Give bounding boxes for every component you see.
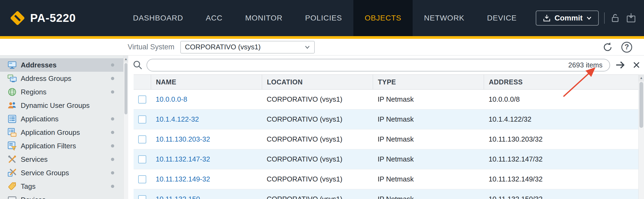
sidebar-item-applications[interactable]: Applications [0,112,123,126]
nav-item-monitor[interactable]: MONITOR [234,0,294,36]
cell-name: 10.11.130.203-32 [151,129,262,149]
cell-location: CORPORATIVO (vsys1) [262,109,373,129]
sidebar-item-addresses[interactable]: Addresses [0,58,123,72]
item-count-dot [111,90,114,94]
address-name-link[interactable]: 10.1.4.122-32 [156,115,199,123]
table-scrollbar[interactable]: ▲ [638,74,644,199]
gold-accent-bar [0,36,644,39]
search-box[interactable]: 2693 items [147,59,610,71]
help-icon[interactable]: ? [621,42,632,53]
cell-location: CORPORATIVO (vsys1) [262,149,373,169]
sidebar-item-devices[interactable]: Devices [0,193,123,199]
table-row: 10.11.132.150CORPORATIVO (vsys1)IP Netma… [134,189,638,199]
nav-item-acc[interactable]: ACC [194,0,234,36]
column-header-address[interactable]: ADDRESS [484,75,638,89]
item-count-dot [111,185,114,188]
sidebar-item-address-groups[interactable]: Address Groups [0,72,123,85]
top-navbar: PA-5220 DASHBOARDACCMONITORPOLICIESOBJEC… [0,0,644,36]
select-all-column-header [134,75,151,89]
row-checkbox-cell [134,109,151,129]
sidebar-item-services[interactable]: Services [0,153,123,166]
cell-address: 10.11.132.149/32 [484,169,638,189]
cell-type: IP Netmask [373,90,484,109]
cell-location: CORPORATIVO (vsys1) [262,169,373,189]
sidebar-item-label: Applications [21,115,58,123]
sidebar-item-application-filters[interactable]: Application Filters [0,139,123,153]
scroll-up-icon[interactable]: ▲ [124,56,128,63]
row-checkbox[interactable] [138,115,146,123]
row-checkbox[interactable] [138,95,146,104]
cell-location: CORPORATIVO (vsys1) [262,189,373,199]
sidebar-scrollbar[interactable]: ▲ [123,56,128,199]
sidebar-item-tags[interactable]: Tags [0,180,123,193]
nav-item-network[interactable]: NETWORK [413,0,476,36]
column-header-type[interactable]: TYPE [373,75,484,89]
sidebar-item-label: Services [21,155,48,164]
applications-icon [8,114,17,123]
search-input[interactable] [154,61,565,69]
nav-item-dashboard[interactable]: DASHBOARD [122,0,194,36]
chevron-down-icon [305,45,310,49]
cell-name: 10.0.0.0-8 [151,90,262,109]
row-checkbox[interactable] [138,195,146,199]
nav-item-objects[interactable]: OBJECTS [353,0,413,36]
save-config-icon[interactable] [626,13,636,23]
refresh-icon[interactable] [602,42,613,53]
column-header-location[interactable]: LOCATION [262,75,373,89]
column-header-name[interactable]: NAME [151,75,262,89]
sidebar-item-dynamic-user-groups[interactable]: Dynamic User Groups [0,99,123,112]
address-name-link[interactable]: 10.11.132.150 [156,195,200,199]
row-checkbox-cell [134,90,151,109]
address-name-link[interactable]: 10.0.0.0-8 [156,95,187,104]
sidebar-item-label: Application Filters [21,142,76,150]
main-area: AddressesAddress GroupsRegionsDynamic Us… [0,56,644,199]
cell-address: 10.0.0.0/8 [484,90,638,109]
content-panel: 2693 items NAME LOCATION TYPE ADDRESS [128,56,644,199]
virtual-system-value: CORPORATIVO (vsys1) [185,43,261,51]
sidebar-item-label: Devices [21,196,46,199]
scroll-up-icon[interactable]: ▲ [639,74,644,81]
sidebar-item-label: Tags [21,182,36,191]
table-row: 10.11.130.203-32CORPORATIVO (vsys1)IP Ne… [134,129,638,149]
item-count-dot [111,144,114,147]
apply-filter-button[interactable] [614,60,627,70]
addresses-icon [8,60,17,70]
row-checkbox[interactable] [138,155,146,163]
item-count-dot [111,171,114,174]
commit-label: Commit [555,14,583,22]
nav-item-device[interactable]: DEVICE [476,0,528,36]
table-body: 10.0.0.0-8CORPORATIVO (vsys1)IP Netmask1… [134,90,638,199]
virtual-system-label: Virtual System [128,43,175,51]
row-checkbox[interactable] [138,175,146,183]
row-checkbox[interactable] [138,135,146,143]
lock-open-icon[interactable] [610,13,620,23]
virtual-system-dropdown[interactable]: CORPORATIVO (vsys1) [180,41,315,53]
sidebar-item-regions[interactable]: Regions [0,85,123,99]
cell-type: IP Netmask [373,129,484,149]
address-name-link[interactable]: 10.11.132.147-32 [156,155,210,163]
services-icon [8,155,17,164]
item-count-dot [111,158,114,161]
sidebar-item-service-groups[interactable]: Service Groups [0,166,123,180]
row-checkbox-cell [134,169,151,189]
sidebar-item-label: Application Groups [21,128,80,137]
clear-filter-button[interactable] [631,60,642,70]
sidebar-item-label: Addresses [21,61,57,69]
sidebar-scroll-thumb[interactable] [124,63,127,114]
cell-type: IP Netmask [373,189,484,199]
cell-address: 10.1.4.122/32 [484,109,638,129]
service-groups-icon [8,168,17,177]
table-scroll-thumb[interactable] [639,82,643,128]
sidebar-item-application-groups[interactable]: Application Groups [0,126,123,139]
search-icon [133,60,143,70]
address-name-link[interactable]: 10.11.132.149-32 [156,175,210,183]
application-groups-icon [8,128,17,137]
row-checkbox-cell [134,149,151,169]
commit-button[interactable]: Commit [536,11,599,26]
nav-item-policies[interactable]: POLICIES [294,0,353,36]
table-header: NAME LOCATION TYPE ADDRESS [134,74,638,90]
cell-address: 10.11.130.203/32 [484,129,638,149]
address-groups-icon [8,74,17,83]
address-name-link[interactable]: 10.11.130.203-32 [156,135,210,143]
row-checkbox-cell [134,189,151,199]
